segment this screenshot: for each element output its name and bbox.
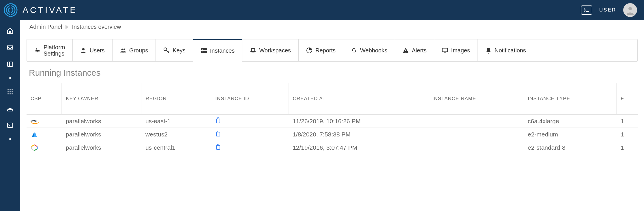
column-header[interactable]: REGION (141, 83, 211, 115)
column-header[interactable]: CREATED AT (289, 83, 428, 115)
column-header[interactable]: INSTANCE NAME (428, 83, 524, 115)
svg-rect-45 (216, 119, 220, 123)
section-title: Running Instances (29, 68, 638, 78)
svg-point-4 (628, 7, 632, 10)
copy-icon[interactable] (215, 144, 220, 151)
cell-instance-id (211, 115, 289, 128)
tab-platform-settings[interactable]: PlatformSettings (27, 39, 73, 61)
brand-logo[interactable]: ACTIVATE (3, 3, 77, 17)
cell-region: westus2 (141, 128, 211, 141)
csp-icon-aws: aws (27, 115, 62, 128)
gauge-icon[interactable] (6, 105, 14, 112)
copy-icon[interactable] (215, 131, 220, 138)
svg-line-31 (168, 51, 169, 52)
column-header[interactable]: CSP (27, 83, 62, 115)
svg-point-15 (12, 93, 13, 94)
column-header[interactable]: KEY OWNER (62, 83, 141, 115)
key-icon (163, 47, 170, 54)
table-row[interactable]: parallelworksus-central1 12/19/2016, 3:0… (27, 141, 638, 154)
cell-key-owner: parallelworks (62, 141, 141, 154)
link-icon (351, 47, 357, 54)
svg-point-11 (10, 91, 11, 92)
tab-instances[interactable]: Instances (193, 39, 243, 62)
cell-region: us-central1 (141, 141, 211, 154)
cell-created-at: 12/19/2016, 3:07:47 PM (289, 141, 428, 154)
tab-label: PlatformSettings (44, 44, 65, 57)
cell-instance-name (428, 128, 524, 141)
svg-point-13 (8, 93, 9, 94)
server-icon (201, 47, 207, 54)
svg-rect-17 (8, 110, 13, 111)
inbox-icon[interactable] (6, 44, 14, 51)
tabs: PlatformSettingsUsersGroupsKeysInstances… (27, 39, 638, 62)
column-header[interactable]: INSTANCE TYPE (524, 83, 617, 115)
cell-last: 1 (617, 115, 638, 128)
home-icon[interactable] (6, 27, 14, 35)
topbar: ACTIVATE USER (0, 0, 644, 20)
cell-instance-name (428, 141, 524, 154)
cell-created-at: 1/8/2020, 7:58:38 PM (289, 128, 428, 141)
svg-point-28 (123, 49, 125, 50)
svg-point-34 (202, 49, 203, 50)
group-icon (120, 47, 126, 54)
table-row[interactable]: parallelworkswestus2 1/8/2020, 7:58:38 P… (27, 128, 638, 141)
cell-instance-type: e2-medium (524, 128, 617, 141)
avatar[interactable] (623, 3, 637, 17)
user-label[interactable]: USER (599, 7, 616, 13)
tab-users[interactable]: Users (73, 39, 112, 61)
tab-notifications[interactable]: Notifications (478, 39, 533, 61)
logo-icon (3, 3, 18, 17)
cell-last: 1 (617, 141, 638, 154)
csp-icon-azure (27, 128, 62, 141)
cell-key-owner: parallelworks (62, 128, 141, 141)
svg-point-25 (37, 51, 38, 52)
copy-icon[interactable] (215, 118, 220, 124)
svg-rect-41 (442, 48, 448, 52)
breadcrumb-item[interactable]: Admin Panel (29, 24, 62, 30)
svg-point-8 (10, 89, 11, 90)
cell-last: 1 (617, 128, 638, 141)
chevron-right-icon (65, 25, 68, 29)
tab-webhooks[interactable]: Webhooks (343, 39, 395, 61)
tab-label: Workspaces (259, 47, 291, 54)
tab-label: Instances (210, 47, 235, 54)
cell-key-owner: parallelworks (62, 115, 141, 128)
tab-label: Users (89, 47, 104, 54)
tab-workspaces[interactable]: Workspaces (242, 39, 299, 61)
svg-point-7 (8, 89, 9, 90)
column-header[interactable]: INSTANCE ID (211, 83, 289, 115)
breadcrumb-item[interactable]: Instances overview (72, 24, 121, 30)
tab-label: Webhooks (360, 47, 387, 54)
separator-dot (9, 77, 11, 79)
sliders-icon (34, 47, 41, 54)
cell-instance-id (211, 141, 289, 154)
cell-instance-type: e2-standard-8 (524, 141, 617, 154)
cell-region: us-east-1 (141, 115, 211, 128)
svg-point-24 (38, 50, 39, 51)
instances-table: CSPKEY OWNERREGIONINSTANCE IDCREATED ATI… (27, 83, 638, 154)
tab-alerts[interactable]: Alerts (395, 39, 434, 61)
separator-dot-2 (9, 138, 11, 140)
svg-rect-37 (252, 49, 255, 51)
bell-icon (485, 47, 492, 54)
cell-instance-id (211, 128, 289, 141)
tab-images[interactable]: Images (434, 39, 478, 61)
panel-icon[interactable] (6, 60, 14, 68)
tab-reports[interactable]: Reports (299, 39, 343, 61)
cell-created-at: 11/26/2019, 10:16:26 PM (289, 115, 428, 128)
svg-point-12 (12, 91, 13, 92)
csp-icon-gcp (27, 141, 62, 154)
svg-point-27 (121, 49, 123, 50)
alert-icon (402, 47, 409, 54)
svg-point-23 (36, 48, 37, 50)
table-row[interactable]: awsparallelworksus-east-1 11/26/2019, 10… (27, 115, 638, 128)
tab-label: Groups (129, 47, 148, 54)
console-icon[interactable] (6, 121, 14, 129)
terminal-button[interactable] (581, 5, 592, 15)
column-header[interactable]: F (617, 83, 638, 115)
svg-point-26 (82, 48, 85, 50)
breadcrumb: Admin Panel Instances overview (20, 20, 644, 34)
tab-keys[interactable]: Keys (156, 39, 193, 61)
grid-icon[interactable] (6, 88, 14, 96)
tab-groups[interactable]: Groups (113, 39, 156, 61)
